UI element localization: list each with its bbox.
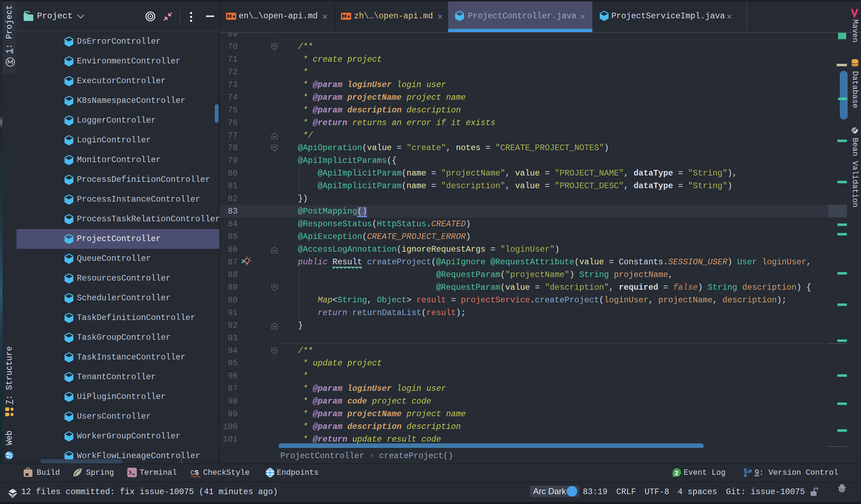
svg-text:2: 2: [674, 469, 678, 477]
